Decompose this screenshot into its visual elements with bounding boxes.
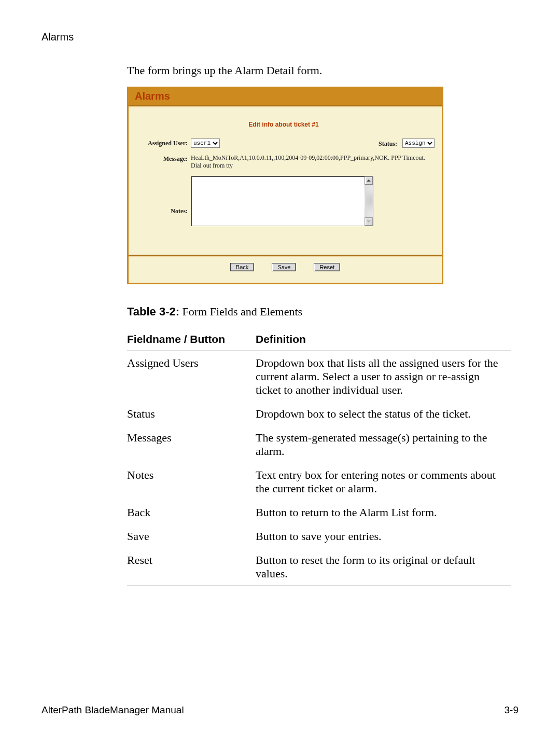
table-row: NotesText entry box for entering notes o… bbox=[127, 463, 511, 501]
table-header-definition: Definition bbox=[256, 328, 511, 351]
notes-label: Notes: bbox=[136, 187, 191, 215]
footer-page-number: 3-9 bbox=[505, 704, 519, 716]
assigned-user-label: Assigned User: bbox=[136, 139, 191, 147]
table-row: StatusDropdown box to select the status … bbox=[127, 402, 511, 426]
reset-button[interactable]: Reset bbox=[314, 263, 340, 271]
section-header: Alarms bbox=[41, 31, 524, 43]
status-select[interactable]: Assign bbox=[402, 139, 435, 148]
notes-scrollbar[interactable] bbox=[365, 176, 373, 226]
notes-scrollbox bbox=[191, 176, 373, 226]
message-label: Message: bbox=[136, 154, 191, 163]
assigned-user-select[interactable]: user1 bbox=[191, 139, 220, 148]
message-text: HeaLth_MoNiToR,A1,10.0.0.11,,100,2004-09… bbox=[191, 154, 435, 170]
table-caption-text: Form Fields and Elements bbox=[179, 305, 302, 318]
table-row: ResetButton to reset the form to its ori… bbox=[127, 548, 511, 586]
panel-title: Alarms bbox=[129, 88, 442, 105]
table-row: Assigned UsersDropdown box that lists al… bbox=[127, 351, 511, 402]
form-fields-table: Fieldname / Button Definition Assigned U… bbox=[127, 328, 511, 586]
back-button[interactable]: Back bbox=[230, 263, 254, 271]
scroll-up-icon[interactable] bbox=[365, 176, 373, 185]
table-caption-number: Table 3-2: bbox=[127, 305, 179, 318]
lead-paragraph: The form brings up the Alarm Detail form… bbox=[127, 64, 524, 77]
table-header-fieldname: Fieldname / Button bbox=[127, 328, 256, 351]
table-row: MessagesThe system-generated message(s) … bbox=[127, 426, 511, 463]
footer-manual-title: AlterPath BladeManager Manual bbox=[41, 704, 184, 716]
notes-textarea[interactable] bbox=[191, 176, 365, 226]
scroll-down-icon[interactable] bbox=[365, 217, 373, 226]
status-label: Status: bbox=[379, 139, 400, 148]
table-row: SaveButton to save your entries. bbox=[127, 524, 511, 548]
table-caption: Table 3-2: Form Fields and Elements bbox=[127, 305, 524, 319]
edit-info-heading: Edit info about ticket #1 bbox=[172, 117, 395, 139]
alarm-detail-panel: Alarms Edit info about ticket #1 Assigne… bbox=[127, 87, 443, 284]
table-row: BackButton to return to the Alarm List f… bbox=[127, 501, 511, 524]
save-button[interactable]: Save bbox=[272, 263, 296, 271]
